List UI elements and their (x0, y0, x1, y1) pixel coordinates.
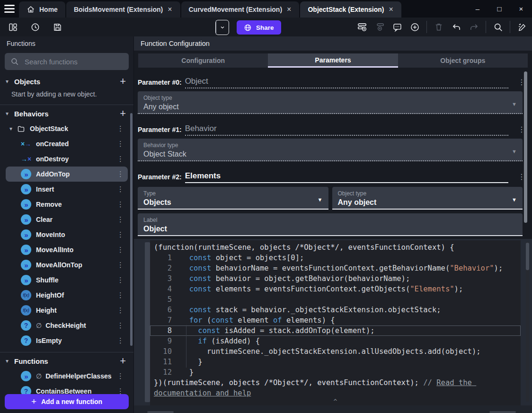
item-menu-icon[interactable]: ⋮ (117, 155, 124, 163)
search-input[interactable] (24, 57, 123, 66)
expander-icon[interactable]: ▾ (8, 125, 14, 132)
item-menu-icon[interactable]: ⋮ (117, 124, 124, 133)
item-menu-icon[interactable]: ⋮ (117, 321, 124, 330)
code-line-12[interactable]: 12 } (150, 367, 521, 378)
edit-pen-icon[interactable] (515, 20, 529, 34)
delete-icon[interactable] (432, 20, 446, 34)
search-box[interactable] (5, 53, 129, 70)
tab-close-icon[interactable]: × (167, 6, 172, 13)
panel-tab-object-groups[interactable]: Object groups (398, 53, 528, 68)
parameter-2-objecttype-select[interactable]: Object type Any object ▼ (332, 187, 523, 210)
parameter-2-name-input[interactable]: Elements (185, 171, 508, 183)
tree-item-shuffle[interactable]: »Shuffle⋮ (6, 272, 128, 288)
chevron-down-icon (220, 25, 225, 30)
event-drag-handle[interactable] (145, 242, 150, 402)
redo-icon[interactable] (467, 20, 481, 34)
collapse-editor-handle[interactable]: ^ (150, 398, 521, 405)
tab-curvedmovement-extension[interactable]: CurvedMovement (Extension)× (181, 1, 300, 18)
item-menu-icon[interactable]: ⋮ (117, 261, 124, 269)
main-menu-icon[interactable] (0, 0, 19, 18)
panel-tab-parameters[interactable]: Parameters (268, 53, 398, 68)
maximize-button[interactable]: □ (488, 0, 510, 18)
tree-item-definehelperclasses[interactable]: »∅DefineHelperClasses⋮ (6, 369, 128, 384)
add-comment-icon[interactable] (390, 20, 404, 34)
item-menu-icon[interactable]: ⋮ (117, 140, 124, 148)
tree-item-insert[interactable]: »Insert⋮ (6, 182, 128, 197)
tree-item-moveinto[interactable]: »MoveInto⋮ (6, 227, 128, 242)
objects-expander-icon[interactable]: ▾ (4, 78, 10, 85)
code-line-9[interactable]: 9 if (isAdded) { (150, 336, 521, 346)
behaviors-expander-icon[interactable]: ▾ (4, 110, 10, 117)
code-line-6[interactable]: 6 const stack = behavior._objectStackExt… (150, 305, 521, 315)
undo-icon[interactable] (449, 20, 463, 34)
functions-expander-icon[interactable]: ▾ (4, 358, 10, 364)
item-menu-icon[interactable]: ⋮ (117, 200, 124, 209)
item-menu-icon[interactable]: ⋮ (117, 215, 124, 224)
editor-scrollbar-thumb[interactable] (526, 243, 529, 270)
sidebar-scrollbar[interactable] (130, 113, 133, 346)
code-line-5[interactable]: 5 (150, 294, 521, 305)
tree-item-addontop[interactable]: »AddOnTop⋮ (6, 167, 128, 182)
search-icon[interactable] (491, 20, 505, 34)
tree-item-checkheight[interactable]: ?∅CheckHeight⋮ (6, 318, 128, 333)
tab-boidsmovement-extension[interactable]: BoidsMovement (Extension)× (66, 1, 180, 18)
tab-home[interactable]: Home (19, 1, 65, 18)
save-icon[interactable] (50, 20, 64, 34)
panels-layout-icon[interactable] (6, 20, 20, 34)
add-subevent-icon[interactable] (372, 20, 387, 34)
parameter-2-label-field[interactable]: Label Object (138, 213, 523, 236)
share-button[interactable]: Share (237, 20, 281, 35)
tree-item-oncreated[interactable]: ×→onCreated⋮ (6, 136, 128, 151)
panel-tab-configuration[interactable]: Configuration (138, 53, 268, 68)
code-line-1[interactable]: 1 const object = objects[0]; (150, 253, 521, 263)
tree-item-objectstack[interactable]: ▾ObjectStack⋮ (6, 121, 128, 136)
tab-close-icon[interactable]: × (286, 6, 292, 13)
tree-item-moveallinto[interactable]: »MoveAllInto⋮ (6, 242, 128, 257)
tree-item-ondestroy[interactable]: →×onDestroy⋮ (6, 151, 128, 167)
preview-button[interactable]: Preview (215, 20, 229, 35)
item-menu-icon[interactable]: ⋮ (117, 372, 124, 380)
tree-item-remove[interactable]: »Remove⋮ (6, 197, 128, 212)
tree-item-moveallontop[interactable]: »MoveAllOnTop⋮ (6, 257, 128, 272)
code-line-11[interactable]: 11 } (150, 357, 521, 367)
tree-item-clear[interactable]: »Clear⋮ (6, 212, 128, 227)
tab-close-icon[interactable]: × (388, 6, 393, 13)
parameter-1-name-input[interactable]: Behavior (185, 124, 508, 136)
close-window-button[interactable]: × (510, 0, 532, 18)
code-line-8[interactable]: 8 const isAdded = stack.addOnTop(element… (150, 325, 521, 336)
tab-objectstack-extension[interactable]: ObjectStack (Extension)× (300, 1, 401, 18)
code-line-10[interactable]: 10 runtimeScene._objectStackExtension.al… (150, 346, 521, 357)
add-free-function-button[interactable]: + (120, 356, 126, 366)
parameter-0-name-input[interactable]: Object (185, 77, 508, 88)
parameter-2-type-select[interactable]: Type Objects ▼ (138, 187, 328, 210)
parameters-scrollbar[interactable] (524, 71, 527, 223)
tree-item-height[interactable]: f(x)Height⋮ (6, 303, 128, 318)
tree-item-heightof[interactable]: f(x)HeightOf⋮ (6, 288, 128, 303)
history-icon[interactable] (28, 20, 42, 34)
parameter-2-selects: Type Objects ▼ Object type Any object ▼ (138, 187, 523, 210)
item-menu-icon[interactable]: ⋮ (117, 291, 124, 299)
item-menu-icon[interactable]: ⋮ (117, 306, 124, 315)
item-menu-icon[interactable]: ⋮ (117, 246, 124, 254)
item-menu-icon[interactable]: ⋮ (117, 170, 124, 178)
tree-item-isempty[interactable]: ?IsEmpty⋮ (6, 333, 128, 348)
parameter-0-type-select[interactable]: Object type Any object ▼ (138, 91, 523, 114)
javascript-code-editor[interactable]: (function(runtimeScene, objects /*Object… (150, 240, 521, 405)
item-menu-icon[interactable]: ⋮ (117, 276, 124, 284)
parameter-1-type-select[interactable]: Behavior type Object Stack ▼ (138, 139, 523, 161)
item-menu-icon[interactable]: ⋮ (117, 230, 124, 239)
add-behavior-button[interactable]: + (120, 108, 126, 119)
tree-item-label: MoveAllInto (36, 246, 73, 254)
preview-dropdown-button[interactable] (216, 20, 229, 35)
minimize-button[interactable]: – (467, 0, 488, 18)
add-event-icon[interactable] (355, 20, 369, 34)
add-circle-icon[interactable] (408, 20, 422, 34)
item-menu-icon[interactable]: ⋮ (117, 185, 124, 193)
code-line-2[interactable]: 2 const behaviorName = eventsFunctionCon… (150, 263, 521, 273)
code-line-7[interactable]: 7 for (const element of elements) { (150, 315, 521, 325)
code-line-3[interactable]: 3 const behavior = object.getBehavior(be… (150, 273, 521, 284)
add-object-button[interactable]: + (120, 76, 126, 87)
code-line-4[interactable]: 4 const elements = eventsFunctionContext… (150, 284, 521, 294)
add-new-function-button[interactable]: + Add a new function (5, 394, 129, 409)
item-menu-icon[interactable]: ⋮ (117, 336, 124, 345)
